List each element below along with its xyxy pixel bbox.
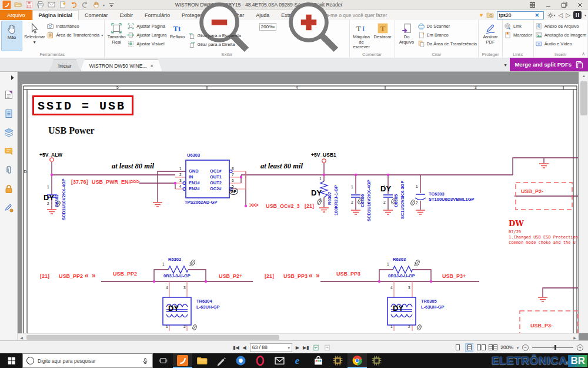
- read-mode-icon[interactable]: [573, 11, 582, 19]
- panel-expand-icon[interactable]: [9, 74, 16, 81]
- paste-button[interactable]: Da Área de Transferência: [417, 40, 477, 48]
- redo-icon[interactable]: [81, 1, 89, 9]
- taskbar-explorer-app[interactable]: [192, 353, 212, 368]
- scanner-button[interactable]: Do Scanner: [417, 22, 477, 30]
- comments-panel-icon[interactable]: [4, 146, 14, 157]
- search-folder-icon[interactable]: [486, 12, 494, 18]
- audio-video-button[interactable]: Áudio e Vídeo: [535, 40, 586, 48]
- taskbar-chip2-app[interactable]: [367, 353, 386, 368]
- document-tab-iniciar[interactable]: Iniciar: [49, 59, 81, 71]
- merge-split-pdfs-button[interactable]: Merge and split PDFs: [510, 58, 588, 71]
- sign-button[interactable]: Assinar PDF: [480, 21, 501, 51]
- find-input[interactable]: [497, 12, 535, 18]
- taskbar-pen-app[interactable]: [212, 353, 231, 368]
- taskbar-edge-app[interactable]: e: [289, 353, 309, 368]
- find-next-icon[interactable]: ▷: [566, 12, 570, 18]
- highlight-button[interactable]: TDestacar: [372, 21, 393, 51]
- last-page-button[interactable]: ▶▮: [303, 345, 309, 350]
- fit-width-button[interactable]: Ajustar Largura: [127, 31, 166, 39]
- tab-arquivo[interactable]: Arquivo: [0, 10, 32, 20]
- actual-size-button[interactable]: Tamanho Real: [106, 21, 127, 51]
- select-button[interactable]: Selecionar ▾: [22, 21, 46, 51]
- layers-panel-icon[interactable]: [4, 127, 14, 138]
- page-number-combo[interactable]: 63 / 88 ▾: [250, 343, 292, 352]
- open-icon[interactable]: [14, 1, 22, 9]
- qat-more-icon[interactable]: [107, 1, 116, 9]
- search-options-gear-icon[interactable]: ▾: [547, 12, 556, 19]
- typewriter-button[interactable]: TIMáquina de escrever: [351, 21, 372, 51]
- pages-panel-icon[interactable]: [4, 108, 14, 119]
- taskbar-mail-app[interactable]: [270, 353, 289, 368]
- image-annot-button[interactable]: Anotação de Imagem: [535, 31, 586, 39]
- task-view-icon[interactable]: [153, 353, 173, 368]
- bookmark-add-button[interactable]: Marcador: [504, 31, 532, 39]
- bookmarks-panel-icon[interactable]: [4, 89, 14, 100]
- taskbar-search-box[interactable]: Digite aqui para pesquisar: [22, 353, 153, 368]
- find-previous-icon[interactable]: ◁: [559, 12, 563, 18]
- tab-formul-rio[interactable]: Formulário: [139, 10, 176, 20]
- next-view-icon[interactable]: [323, 344, 331, 352]
- handtool-icon[interactable]: [92, 1, 101, 9]
- taskbar-foxit-app[interactable]: [173, 353, 192, 368]
- fit-page-button[interactable]: Ajustar Página: [127, 22, 166, 30]
- tab-exibir[interactable]: Exibir: [114, 10, 139, 20]
- horizontal-scrollbar[interactable]: ◀ ▶: [18, 333, 579, 340]
- close-tab-icon[interactable]: ×: [150, 63, 153, 69]
- single-page-view-icon[interactable]: [453, 343, 462, 352]
- tab-comentar[interactable]: Comentar: [79, 10, 114, 20]
- attach-button[interactable]: Anexo de Arquivo: [535, 22, 586, 30]
- taskbar-chip-app[interactable]: [328, 353, 348, 368]
- undo-icon[interactable]: [69, 1, 78, 9]
- facing-view-icon[interactable]: [477, 343, 485, 352]
- reflow-button[interactable]: TtRefluxo: [167, 21, 188, 51]
- zoom-slider[interactable]: [532, 347, 573, 348]
- newdoc-icon[interactable]: [58, 1, 67, 9]
- clipboard-button[interactable]: Área de Transferência▾: [46, 31, 103, 39]
- first-page-button[interactable]: ▮◀: [233, 345, 239, 350]
- continuous-view-icon[interactable]: [465, 343, 473, 352]
- taskbar-chrome-app[interactable]: [348, 353, 367, 368]
- scroll-up-icon[interactable]: ▲: [579, 72, 588, 80]
- start-button[interactable]: [0, 353, 22, 368]
- vertical-scroll-thumb[interactable]: [580, 81, 587, 115]
- zoom-slider-thumb[interactable]: [554, 345, 556, 350]
- foxit-logo-icon[interactable]: [2, 1, 11, 9]
- rotate-right-button[interactable]: Girar para a Direita: [188, 41, 348, 48]
- zoom-in-button[interactable]: +: [577, 344, 583, 351]
- microphone-icon[interactable]: [141, 356, 150, 366]
- continuous-facing-view-icon[interactable]: [489, 343, 497, 352]
- read-mode-caret-icon[interactable]: ▾: [584, 13, 586, 17]
- favorite-heart-icon[interactable]: ♥: [480, 12, 483, 18]
- from-file-button[interactable]: Do Arquivo: [396, 21, 417, 51]
- print-icon[interactable]: [36, 1, 45, 9]
- fit-visible-button[interactable]: Ajustar Visível: [127, 40, 166, 48]
- zoom-out-button[interactable]: −: [522, 344, 529, 351]
- handtool-caret-icon[interactable]: ▾: [103, 3, 105, 7]
- snapshot-button[interactable]: Instantâneo: [46, 22, 103, 30]
- zoom-caret-icon[interactable]: ▾: [517, 346, 519, 350]
- taskbar-opera-app[interactable]: [250, 353, 270, 368]
- zoom-level-combo[interactable]: 200%▾: [259, 23, 276, 31]
- attachments-panel-icon[interactable]: [4, 165, 14, 175]
- restore-button[interactable]: [556, 0, 572, 9]
- hand-button[interactable]: Mão: [1, 21, 22, 51]
- security-panel-icon[interactable]: [4, 184, 14, 194]
- clear-search-icon[interactable]: ✕: [535, 12, 541, 18]
- previous-view-icon[interactable]: [312, 344, 320, 352]
- mailview-icon[interactable]: [47, 1, 56, 9]
- save-icon[interactable]: [25, 1, 34, 9]
- tab-list-caret-icon[interactable]: ▾: [504, 62, 506, 68]
- taskbar-store-app[interactable]: [309, 353, 328, 368]
- minimize-button[interactable]: [540, 0, 556, 9]
- zoom-control[interactable]: 200%▾: [188, 22, 348, 31]
- taskbar-photos-app[interactable]: [231, 353, 250, 368]
- document-tab-wistron-dw50-wine-[interactable]: WISTRON DW50 WINE...×: [81, 59, 162, 71]
- rotate-left-button[interactable]: Girar para a Esquerda: [188, 32, 348, 39]
- tab-p-gina-inicial[interactable]: Página Inicial: [32, 10, 79, 20]
- signature-panel-icon[interactable]: [4, 203, 14, 213]
- next-page-button[interactable]: ▶: [296, 345, 299, 350]
- find-box[interactable]: ✕: [497, 11, 544, 19]
- previous-page-button[interactable]: ◀: [243, 345, 246, 350]
- vertical-scrollbar[interactable]: ▲: [579, 72, 588, 333]
- link-button[interactable]: Link: [504, 22, 532, 30]
